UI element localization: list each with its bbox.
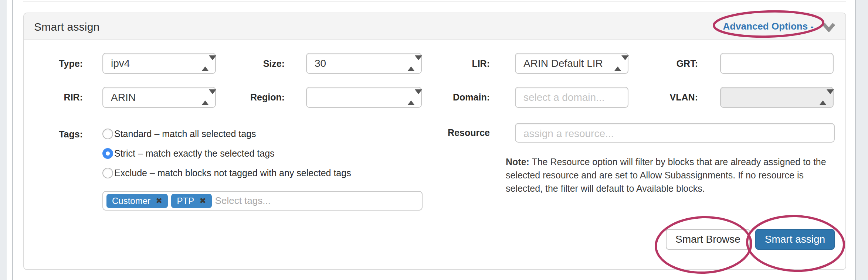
- select-arrows-icon: [614, 60, 621, 67]
- resource-note: Note: The Resource option will filter by…: [506, 155, 842, 195]
- size-select-value: 30: [315, 54, 326, 73]
- vlan-select[interactable]: [720, 87, 834, 108]
- select-arrows-icon: [407, 60, 415, 67]
- grt-label: GRT:: [634, 53, 698, 74]
- size-select[interactable]: 30: [306, 53, 422, 74]
- tags-search-input[interactable]: [215, 194, 418, 208]
- tag-pill-label: Customer: [112, 196, 150, 206]
- type-label: Type:: [24, 53, 83, 74]
- tags-input-box[interactable]: Customer ✖ PTP ✖: [102, 191, 423, 211]
- rir-label: RIR:: [24, 87, 83, 108]
- smart-assign-panel: Smart assign Advanced Options - Type: ip…: [23, 13, 846, 270]
- lir-select[interactable]: ARIN Default LIR: [515, 53, 628, 74]
- tags-option-standard: Standard – match all selected tags: [102, 128, 256, 139]
- vlan-label: VLAN:: [634, 87, 698, 108]
- lir-label: LIR:: [416, 53, 490, 74]
- tag-pill: Customer ✖: [106, 194, 168, 208]
- tag-pill: PTP ✖: [171, 194, 211, 208]
- panel-header: Smart assign Advanced Options -: [24, 13, 845, 40]
- size-label: Size:: [226, 53, 285, 74]
- domain-field: [515, 87, 628, 108]
- remove-tag-icon[interactable]: ✖: [156, 197, 162, 205]
- radio-strict[interactable]: [102, 148, 113, 159]
- content-divider-right: [855, 0, 856, 280]
- select-arrows-icon: [407, 94, 415, 101]
- content-divider-left: [12, 0, 13, 280]
- smart-assign-button[interactable]: Smart assign: [755, 229, 835, 250]
- note-prefix: Note:: [506, 157, 529, 167]
- region-label: Region:: [226, 87, 285, 108]
- panel-title: Smart assign: [34, 13, 99, 40]
- chevron-down-icon[interactable]: [823, 23, 835, 32]
- advanced-options-link[interactable]: Advanced Options -: [723, 13, 814, 40]
- domain-label: Domain:: [416, 87, 490, 108]
- lir-select-value: ARIN Default LIR: [523, 54, 603, 73]
- radio-strict-label: Strict – match exactly the selected tags: [114, 148, 275, 159]
- tags-option-exclude: Exclude – match blocks not tagged with a…: [102, 167, 351, 178]
- grt-input[interactable]: [729, 54, 825, 73]
- radio-standard[interactable]: [102, 129, 113, 139]
- rir-select[interactable]: ARIN: [102, 87, 216, 108]
- select-arrows-icon: [201, 94, 209, 101]
- note-body: The Resource option will filter by block…: [506, 157, 826, 194]
- select-arrows-icon: [819, 94, 827, 101]
- tag-pill-label: PTP: [177, 196, 194, 206]
- resource-label: Resource: [394, 123, 490, 143]
- radio-standard-label: Standard – match all selected tags: [114, 129, 256, 139]
- resource-field: [515, 123, 835, 143]
- region-select[interactable]: [306, 87, 422, 108]
- select-arrows-icon: [201, 60, 209, 67]
- rir-select-value: ARIN: [111, 88, 136, 107]
- radio-exclude[interactable]: [102, 168, 113, 178]
- page-gutter-right: [856, 0, 868, 280]
- smart-browse-button[interactable]: Smart Browse: [666, 229, 750, 250]
- type-select-value: ipv4: [111, 54, 130, 73]
- domain-input[interactable]: [523, 88, 620, 107]
- tags-label: Tags:: [24, 129, 83, 140]
- resource-input[interactable]: [523, 124, 826, 143]
- remove-tag-icon[interactable]: ✖: [199, 197, 206, 205]
- grt-field: [720, 53, 834, 74]
- radio-exclude-label: Exclude – match blocks not tagged with a…: [114, 168, 351, 178]
- top-divider: [23, 1, 846, 1]
- tags-option-strict: Strict – match exactly the selected tags: [102, 148, 275, 159]
- type-select[interactable]: ipv4: [102, 53, 216, 74]
- page-gutter-left: [0, 0, 7, 280]
